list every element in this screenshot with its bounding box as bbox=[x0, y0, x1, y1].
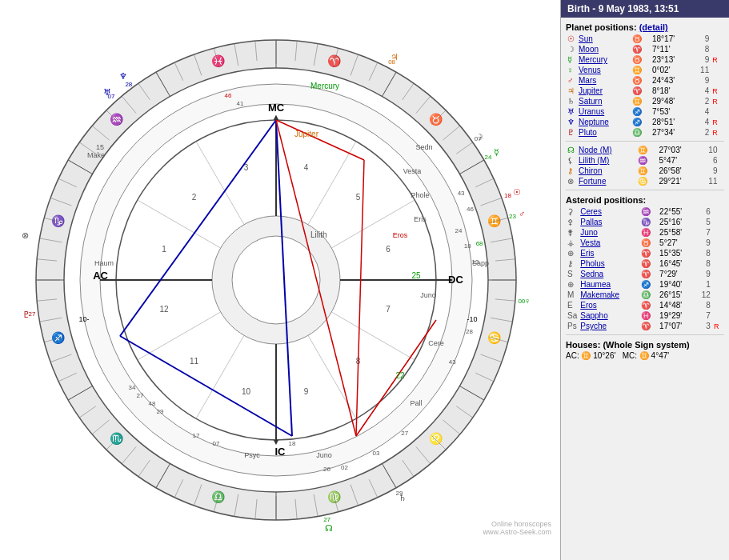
planet-name[interactable]: Jupiter bbox=[577, 86, 631, 96]
planet-retro bbox=[711, 44, 724, 54]
planet-name[interactable]: Juno bbox=[579, 227, 639, 238]
planet-symbol: ♅ bbox=[566, 106, 577, 117]
planet-name[interactable]: Sedna bbox=[579, 269, 639, 279]
planet-name[interactable]: Haumea bbox=[579, 279, 639, 290]
table-row: ♀ Venus ♊ 0°02' 11 bbox=[566, 65, 724, 75]
planet-sign: ♓ bbox=[639, 310, 658, 321]
planet-degree: 26°15' bbox=[658, 290, 695, 300]
planet-degree: 16°45' bbox=[658, 258, 695, 269]
planet-name[interactable]: Mars bbox=[577, 75, 631, 86]
table-row: ♄ Saturn ♊ 29°48' 2 R bbox=[566, 96, 724, 106]
planet-name[interactable]: Lilith (M) bbox=[577, 155, 636, 166]
planet-retro bbox=[719, 166, 724, 176]
planet-name[interactable]: Neptune bbox=[577, 117, 631, 127]
planet-symbol: ♂ bbox=[566, 75, 577, 86]
planet-sign: ♈ bbox=[639, 258, 658, 269]
table-row: ♃ Jupiter ♈ 8°18' 4 R bbox=[566, 86, 724, 96]
planet-sign: ♑ bbox=[639, 217, 658, 227]
planet-name[interactable]: Ceres bbox=[579, 206, 639, 217]
birth-title: Birth - 9 May 1983, 13:51 bbox=[567, 3, 679, 14]
planet-name[interactable]: Makemake bbox=[579, 290, 639, 300]
planet-degree: 7°29' bbox=[658, 269, 695, 279]
planet-name[interactable]: Eris bbox=[579, 248, 639, 258]
planet-symbol: ⚶ bbox=[566, 238, 579, 248]
planet-house: 7 bbox=[695, 227, 712, 238]
planet-sign: ♈ bbox=[639, 300, 658, 310]
table-row: ♆ Neptune ♐ 28°51' 4 R bbox=[566, 117, 724, 127]
planet-house: 2 bbox=[691, 96, 711, 106]
planet-sign: ♋ bbox=[636, 176, 657, 186]
planet-sign: ♐ bbox=[639, 279, 658, 290]
planet-name[interactable]: Pluto bbox=[577, 127, 631, 138]
planet-degree: 0°02' bbox=[651, 65, 691, 75]
planet-sign: ♎ bbox=[631, 127, 651, 138]
planet-sign: ♊ bbox=[636, 166, 657, 176]
planet-symbol: ⚸ bbox=[566, 155, 577, 166]
planet-house: 8 bbox=[695, 248, 712, 258]
planet-name[interactable]: Fortune bbox=[577, 176, 636, 186]
planet-house: 8 bbox=[695, 300, 712, 310]
planet-house: 4 bbox=[691, 106, 711, 117]
planet-house: 11 bbox=[691, 65, 711, 75]
planet-degree: 5°27' bbox=[658, 238, 695, 248]
planet-symbol: ⊗ bbox=[566, 176, 577, 186]
planet-degree: 7°11' bbox=[651, 44, 691, 54]
asteroids-table: ⚳ Ceres ♒ 22°55' 6 ⚴ Pallas ♑ 25°16' 5 ⚵… bbox=[566, 206, 724, 331]
planet-symbol: ☉ bbox=[566, 34, 577, 44]
planet-name[interactable]: Sun bbox=[577, 34, 631, 44]
planet-name[interactable]: Venus bbox=[577, 65, 631, 75]
planet-symbol: ☽ bbox=[566, 44, 577, 54]
chart-header: Birth - 9 May 1983, 13:51 bbox=[561, 0, 729, 18]
planet-name[interactable]: Pholus bbox=[579, 258, 639, 269]
planet-sign: ♉ bbox=[631, 75, 651, 86]
planet-sign: ♒ bbox=[636, 155, 657, 166]
planet-house: 3 bbox=[695, 321, 712, 331]
planet-house: 5 bbox=[695, 217, 712, 227]
planet-name[interactable]: Node (M) bbox=[577, 145, 636, 155]
planet-house: 1 bbox=[695, 279, 712, 290]
planet-house: 4 bbox=[691, 86, 711, 96]
planet-retro bbox=[712, 227, 724, 238]
detail-link[interactable]: (detail) bbox=[639, 22, 668, 32]
planet-name[interactable]: Pallas bbox=[579, 217, 639, 227]
planet-name[interactable]: Uranus bbox=[577, 106, 631, 117]
planet-symbol: Sa bbox=[566, 310, 579, 321]
planet-name[interactable]: Chiron bbox=[577, 166, 636, 176]
planet-sign: ♉ bbox=[639, 238, 658, 248]
planet-degree: 29°21' bbox=[657, 176, 699, 186]
table-row: ⊕ Haumea ♐ 19°40' 1 bbox=[566, 279, 724, 290]
planet-degree: 19°40' bbox=[658, 279, 695, 290]
planet-name[interactable]: Sappho bbox=[579, 310, 639, 321]
planet-sign: ♎ bbox=[639, 290, 658, 300]
planet-retro: R bbox=[711, 127, 724, 138]
planet-name[interactable]: Eros bbox=[579, 300, 639, 310]
planet-house: 6 bbox=[699, 155, 719, 166]
planet-name[interactable]: Vesta bbox=[579, 238, 639, 248]
table-row: E Eros ♈ 14°48' 8 bbox=[566, 300, 724, 310]
table-row: S Sedna ♈ 7°29' 9 bbox=[566, 269, 724, 279]
planet-sign: ♈ bbox=[639, 321, 658, 331]
table-row: ⚷ Chiron ♊ 26°58' 9 bbox=[566, 166, 724, 176]
planet-house: 12 bbox=[695, 290, 712, 300]
planet-symbol: M bbox=[566, 290, 579, 300]
planet-degree: 8°18' bbox=[651, 86, 691, 96]
planet-name[interactable]: Saturn bbox=[577, 96, 631, 106]
table-row: ♂ Mars ♉ 24°43' 9 bbox=[566, 75, 724, 86]
planet-name[interactable]: Mercury bbox=[577, 54, 631, 65]
planet-house: 9 bbox=[691, 34, 711, 44]
nodes-table: ☊ Node (M) ♊ 27°03' 10 ⚸ Lilith (M) ♒ 5°… bbox=[566, 145, 724, 186]
planet-sign: ♉ bbox=[631, 34, 651, 44]
planet-retro: R bbox=[711, 54, 724, 65]
planet-symbol: ⚷ bbox=[566, 166, 577, 176]
table-row: ⚴ Pallas ♑ 25°16' 5 bbox=[566, 217, 724, 227]
planet-name[interactable]: Psyche bbox=[579, 321, 639, 331]
planet-sign: ♈ bbox=[631, 86, 651, 96]
table-row: ⊕ Eris ♈ 15°35' 8 bbox=[566, 248, 724, 258]
planet-house: 8 bbox=[695, 258, 712, 269]
table-row: M Makemake ♎ 26°15' 12 bbox=[566, 290, 724, 300]
planet-degree: 19°29' bbox=[658, 310, 695, 321]
planet-name[interactable]: Moon bbox=[577, 44, 631, 54]
planet-symbol: ♄ bbox=[566, 96, 577, 106]
planet-house: 9 bbox=[695, 269, 712, 279]
table-row: ♅ Uranus ♐ 7°53' 4 bbox=[566, 106, 724, 117]
